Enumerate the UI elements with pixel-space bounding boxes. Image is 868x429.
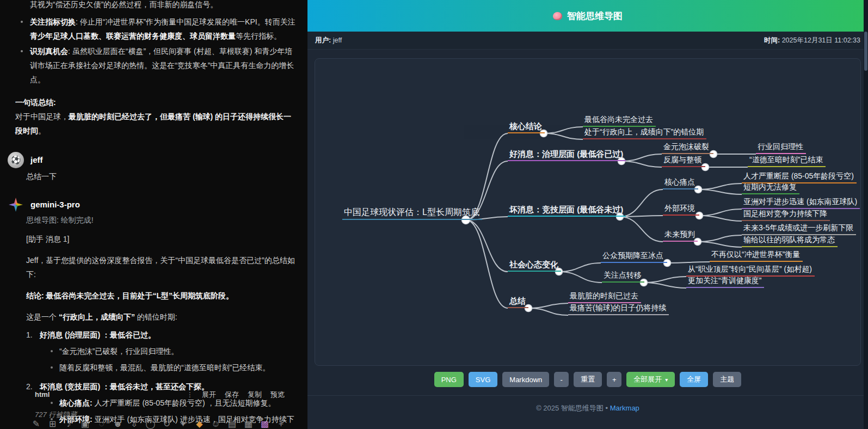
mindmap-panel: 智能思维导图 用户: jeff 时间: 2025年12月31日 11:02:33 xyxy=(307,0,868,429)
zoom-in-button[interactable]: + xyxy=(607,372,621,387)
mindmap-node[interactable]: 输给以往的弱队将成为常态 xyxy=(742,235,838,247)
file-icon[interactable]: ▤ xyxy=(226,417,238,429)
assistant-tag: [助手 消息 1] xyxy=(26,232,297,246)
record-icon[interactable]: ◯ xyxy=(145,417,156,429)
mindmap-node[interactable]: 短期内无法修复 xyxy=(742,182,799,194)
bullet-label: 识别真机会 xyxy=(30,47,68,56)
user-info: 用户: jeff xyxy=(315,36,342,45)
mindmap-node[interactable]: 从“职业顶层”转向“民间基层” (如村超) xyxy=(686,264,815,277)
list-item: 关注指标切换: 停止用“冲进世界杯”作为衡量中国足球发展的唯一KPI。转而关注青… xyxy=(15,15,297,43)
mindmap-node[interactable]: 不再仅以“冲进世界杯”衡量 xyxy=(710,249,803,262)
mindmap-node[interactable]: 外部环境 xyxy=(663,203,699,216)
mindmap-node[interactable]: 行业回归理性 xyxy=(756,142,806,154)
chat-panel: 其视为“偿还历史欠债”的必然过程，而非新的崩盘信号。 关注指标切换: 停止用“冲… xyxy=(0,0,307,429)
summary-heading: 一句话总结: xyxy=(15,95,297,109)
expand-button[interactable]: 展开 xyxy=(202,388,216,402)
mindmap-node[interactable]: “道德至暗时刻”已结束 xyxy=(748,155,826,167)
mindmap-node[interactable]: 核心结论 xyxy=(508,121,545,133)
mindmap-node[interactable]: 金元泡沫破裂 xyxy=(662,142,713,154)
export-svg-button[interactable]: SVG xyxy=(469,372,497,387)
export-toolbar: PNG SVG Markdown - 重置 + 全部展开▾ 全屏 主题 xyxy=(307,372,868,387)
mindmap-node[interactable]: 中国足球现状评估：L型长周期筑底 xyxy=(342,206,482,220)
copyright-text: © 2025 智能思维导图 xyxy=(536,404,604,412)
preview-button[interactable]: 预览 xyxy=(270,388,285,402)
mindmap-node[interactable]: 总结 xyxy=(508,296,528,308)
image-icon[interactable]: ▣ xyxy=(79,417,91,429)
app-header: 智能思维导图 xyxy=(307,0,868,32)
app-title: 智能思维导图 xyxy=(567,10,623,22)
sparkle-icon[interactable]: ✦ xyxy=(177,417,189,429)
bullet-text: 识别真机会: 虽然职业层面在“横盘”，但民间赛事 (村超、草根联赛) 和青少年培… xyxy=(30,47,294,84)
composer-toolbar: ✎ ⊞ ♪ ▣ ◌ ☻ ⇩ ◯ ↻ ✦ ◆ ☺ ▤ ▦ ▩ + xyxy=(30,417,287,429)
bullet-text: 关注指标切换: 停止用“冲进世界杯”作为衡量中国足球发展的唯一KPI。转而关注青… xyxy=(30,17,296,40)
user-avatar[interactable]: ⚽ xyxy=(8,152,24,168)
mindmap-node[interactable]: 最痛苦(输球)的日子仍将持续 xyxy=(568,303,669,315)
list-item: 随着反腐和整顿，最混乱、最肮脏的“道德至暗时刻”已经结束。 xyxy=(47,360,270,375)
summary-text: 对于中国足球，最肮脏的时刻已经过去了，但最痛苦 (输球) 的日子还得持续很长一段… xyxy=(15,109,297,138)
mindmap-node[interactable]: 亚洲对手进步迅速 (如东南亚球队) xyxy=(742,197,860,209)
time-info: 时间: 2025年12月31日 11:02:33 xyxy=(764,36,860,45)
export-markdown-button[interactable]: Markdown xyxy=(502,372,549,387)
message-text: 其视为“偿还历史欠债”的必然过程，而非新的崩盘信号。 xyxy=(30,0,297,11)
mindmap-node[interactable]: 反腐与整顿 xyxy=(662,155,705,167)
bullet-icon xyxy=(21,50,23,52)
history-icon[interactable]: ◌ xyxy=(96,417,107,429)
list-item: “金元泡沫”已破裂，行业回归理性。 xyxy=(47,344,270,358)
user-icon[interactable]: ☺ xyxy=(210,417,221,429)
bullet-label: 关注指标切换 xyxy=(30,17,76,26)
markmap-link[interactable]: Markmap xyxy=(610,404,639,412)
paragraph: 结论: 最低谷尚未完全过去，目前处于“L型”长周期筑底阶段。 xyxy=(26,289,297,303)
mindmap-node[interactable]: 核心痛点 xyxy=(663,177,698,189)
brain-icon xyxy=(553,12,562,20)
persona-icon[interactable]: ☻ xyxy=(112,417,124,429)
save-button[interactable]: 保存 xyxy=(225,388,239,402)
mindmap-node[interactable]: 处于“行政向上，成绩向下”的错位期 xyxy=(583,127,706,139)
download-icon[interactable]: ⇩ xyxy=(128,417,140,429)
export-png-button[interactable]: PNG xyxy=(434,372,464,387)
scrollbar-thumb[interactable] xyxy=(864,32,867,71)
theme-button[interactable]: 主题 xyxy=(713,372,741,387)
gemini-star-icon xyxy=(9,198,23,212)
list-title: 好消息 (治理层面) ：最低谷已过。 xyxy=(40,330,156,339)
mindmap-node[interactable]: 更加关注“青训健康度” xyxy=(686,275,764,288)
paragraph: 这是一个 “行政向上，成绩向下” 的错位时期: xyxy=(26,310,297,324)
bullet-icon xyxy=(51,366,53,369)
zoom-out-button[interactable]: - xyxy=(554,372,569,387)
list-number: 1. xyxy=(26,328,40,376)
grid-icon[interactable]: ▦ xyxy=(243,417,254,429)
user-message-text: 总结一下 xyxy=(26,169,297,183)
fullscreen-button[interactable]: 全屏 xyxy=(680,372,708,387)
mindmap-node[interactable]: 最肮脏的时刻已过去 xyxy=(568,291,641,303)
expand-all-button[interactable]: 全部展开▾ xyxy=(626,372,675,387)
list-item: 1. 好消息 (治理层面) ：最低谷已过。 “金元泡沫”已破裂，行业回归理性。 … xyxy=(26,328,297,376)
footer: © 2025 智能思维导图 • Markmap xyxy=(307,395,868,413)
bookmark-icon[interactable]: ◆ xyxy=(194,417,205,429)
mindmap-status-text: 思维导图: 绘制完成! xyxy=(26,213,297,227)
mindmap-node[interactable]: 好消息：治理层面 (最低谷已过) xyxy=(508,149,626,161)
user-name: jeff xyxy=(30,153,43,167)
plugin-icon[interactable]: ▩ xyxy=(259,417,270,429)
reset-button[interactable]: 重置 xyxy=(574,372,602,387)
code-language-label: html xyxy=(35,388,50,402)
apps-icon[interactable]: ⊞ xyxy=(47,417,58,429)
mindmap-node[interactable]: 未来预判 xyxy=(663,229,698,242)
mindmap-node[interactable]: 最低谷尚未完全过去 xyxy=(583,114,656,127)
mindmap-node[interactable]: 未来3-5年成绩或进一步刷新下限 xyxy=(742,223,856,235)
paragraph: Jeff，基于您提供的这份深度整合报告，关于“中国足球最低谷是否已过”的总结如下… xyxy=(26,253,297,281)
mindmap-node[interactable]: 关注点转移 xyxy=(602,270,644,283)
list-item: 识别真机会: 虽然职业层面在“横盘”，但民间赛事 (村超、草根联赛) 和青少年培… xyxy=(15,44,297,87)
mindmap-node[interactable]: 坏消息：竞技层面 (最低谷未过) xyxy=(508,204,626,217)
user-message: ⚽ jeff 总结一下 xyxy=(8,152,297,183)
mindmap-node[interactable]: 社会心态变化 xyxy=(508,259,561,272)
mindmap-node[interactable]: 公众预期降至冰点 xyxy=(601,250,667,263)
mindmap-canvas[interactable]: 中国足球现状评估：L型长周期筑底 核心结论 最低谷尚未完全过去 处于“行政向上，… xyxy=(315,58,861,366)
refresh-icon[interactable]: ↻ xyxy=(161,417,173,429)
plus-icon[interactable]: + xyxy=(275,417,287,429)
copy-button[interactable]: 复制 xyxy=(248,388,262,402)
audio-icon[interactable]: ♪ xyxy=(63,417,75,429)
edit-icon[interactable]: ✎ xyxy=(30,417,42,429)
mindmap-node[interactable]: 国足相对竞争力持续下降 xyxy=(742,209,830,221)
code-menu-icon[interactable]: ⋮ xyxy=(187,388,193,402)
soccer-icon: ⚽ xyxy=(11,153,21,167)
vertical-scrollbar[interactable] xyxy=(864,0,868,429)
